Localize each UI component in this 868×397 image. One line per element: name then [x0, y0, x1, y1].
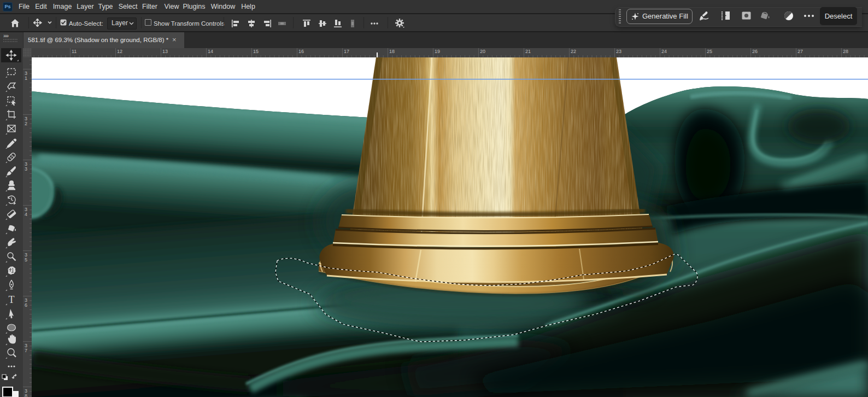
- svg-text:22: 22: [571, 49, 576, 54]
- svg-text:20: 20: [480, 49, 485, 54]
- svg-text:8: 8: [25, 393, 27, 397]
- svg-text:14: 14: [208, 49, 213, 54]
- svg-text:6: 6: [25, 302, 27, 308]
- svg-text:25: 25: [707, 49, 712, 54]
- svg-text:4: 4: [25, 212, 27, 217]
- svg-text:26: 26: [752, 49, 758, 54]
- svg-text:5: 5: [25, 257, 27, 262]
- svg-text:13: 13: [162, 49, 168, 54]
- svg-text:3: 3: [25, 166, 27, 172]
- svg-text:16: 16: [298, 49, 304, 54]
- svg-text:15: 15: [253, 49, 259, 54]
- svg-text:27: 27: [797, 49, 803, 54]
- svg-text:19: 19: [435, 49, 440, 54]
- svg-text:24: 24: [661, 49, 667, 54]
- svg-text:1: 1: [25, 75, 27, 81]
- svg-text:18: 18: [389, 49, 395, 54]
- svg-text:23: 23: [616, 49, 621, 54]
- svg-text:28: 28: [843, 49, 848, 54]
- svg-text:12: 12: [117, 49, 122, 54]
- svg-text:21: 21: [525, 49, 531, 54]
- svg-text:17: 17: [344, 49, 349, 54]
- svg-text:T: T: [9, 294, 15, 305]
- svg-text:11: 11: [72, 49, 77, 54]
- svg-text:2: 2: [25, 121, 27, 126]
- svg-text:7: 7: [25, 348, 27, 353]
